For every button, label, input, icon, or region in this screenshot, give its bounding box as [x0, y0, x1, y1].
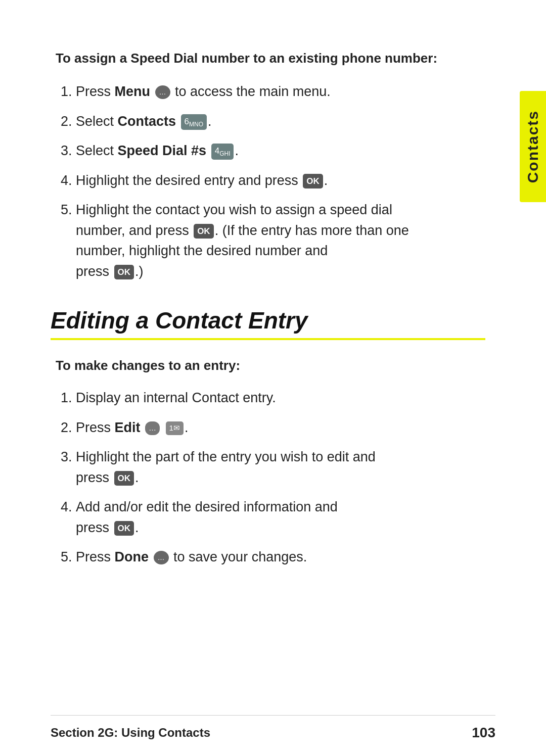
list-item: Press Menu … to access the main menu. — [76, 81, 485, 102]
menu-icon: … — [155, 85, 170, 99]
speed-dial-label: Speed Dial #s — [118, 143, 207, 158]
list-item: Add and/or edit the desired information … — [76, 497, 485, 538]
intro-heading: To assign a Speed Dial number to an exis… — [56, 51, 485, 66]
list-item: Press Done … to save your changes. — [76, 547, 485, 568]
footer-section: Section 2G: Using Contacts — [51, 726, 210, 740]
ok-icon-5: OK — [114, 521, 134, 536]
contacts-key-icon: 6MNO — [181, 114, 207, 130]
section-heading: Editing a Contact Entry — [51, 307, 485, 334]
list-item: Display an internal Contact entry. — [76, 388, 485, 408]
sidebar-label: Contacts — [524, 110, 541, 183]
list-item: Press Edit … 1✉. — [76, 417, 485, 438]
done-label: Done — [115, 549, 149, 564]
edit-1-icon: 1✉ — [166, 421, 184, 435]
steps-list-1: Press Menu … to access the main menu. Se… — [76, 81, 485, 281]
edit-menu-icon: … — [145, 421, 160, 435]
ok-icon-1: OK — [303, 174, 323, 189]
footer: Section 2G: Using Contacts 103 — [51, 715, 495, 741]
list-item: Highlight the part of the entry you wish… — [76, 447, 485, 488]
list-item: Highlight the desired entry and press OK… — [76, 170, 485, 191]
footer-page-number: 103 — [472, 725, 495, 741]
ok-icon-3: OK — [114, 265, 134, 280]
list-item: Select Contacts 6MNO. — [76, 111, 485, 132]
speed-dial-key-icon: 4GHI — [211, 144, 234, 159]
page-content: To assign a Speed Dial number to an exis… — [51, 51, 485, 716]
contacts-label: Contacts — [118, 114, 176, 129]
ok-icon-2: OK — [194, 224, 214, 239]
section-divider — [51, 338, 485, 340]
edit-label: Edit — [115, 420, 141, 435]
menu-label: Menu — [115, 84, 151, 99]
list-item: Select Speed Dial #s 4GHI. — [76, 140, 485, 161]
done-menu-icon: … — [154, 551, 169, 564]
sidebar-tab: Contacts — [520, 91, 546, 202]
list-item: Highlight the contact you wish to assign… — [76, 200, 485, 281]
sub-heading: To make changes to an entry: — [56, 358, 485, 373]
ok-icon-4: OK — [114, 471, 134, 486]
steps-list-2: Display an internal Contact entry. Press… — [76, 388, 485, 568]
